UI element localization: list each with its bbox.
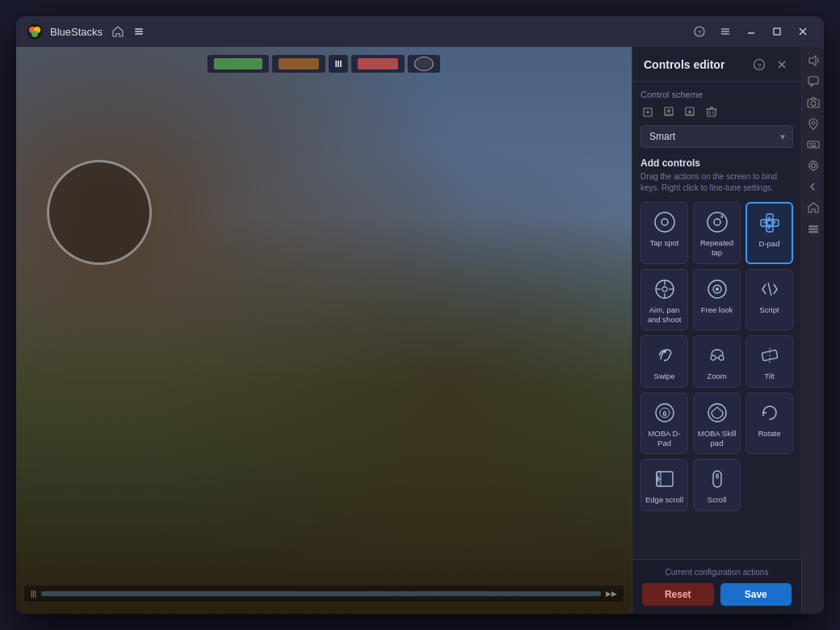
moba-dpad-label: MOBA D-Pad [645,429,684,449]
save-button[interactable]: Save [720,583,792,606]
control-aim-pan-shoot[interactable]: Aim, pan and shoot [640,269,688,331]
tap-spot-icon [652,209,678,235]
svg-point-36 [708,212,727,232]
free-look-icon [704,276,730,302]
footer-label: Current configuration actions [642,568,792,577]
scheme-actions [640,104,793,120]
rotate-icon [757,400,783,426]
svg-point-72 [812,121,815,124]
svg-rect-67 [716,473,719,479]
sidebar-settings-icon[interactable] [804,157,822,174]
svg-point-37 [714,219,720,225]
panel-title: Controls editor [644,58,724,71]
scheme-export-icon[interactable] [662,104,678,120]
script-label: Script [759,305,779,315]
moba-dpad-icon: 6 [652,400,678,426]
sidebar-keyboard-icon[interactable] [804,136,822,153]
svg-rect-69 [808,77,818,84]
moba-skill-label: MOBA Skill pad [697,429,737,449]
sidebar-camera-icon[interactable] [804,94,822,111]
control-script[interactable]: Script [746,269,793,331]
control-tilt[interactable]: Tilt [746,335,793,387]
d-pad-icon [757,210,783,236]
game-background: III ||| ▶▶ [16,47,632,614]
menu-button[interactable] [714,23,737,40]
panel-help-button[interactable]: ? [751,57,767,73]
add-controls-title: Add controls [640,158,793,169]
scope-overlay [47,160,152,265]
scheme-select[interactable]: Smart Default Custom [640,125,793,148]
panel-close-button[interactable] [774,57,790,73]
sidebar-volume-icon[interactable] [804,52,822,69]
svg-text:6: 6 [662,410,666,418]
window-controls: ? [688,23,814,40]
sidebar-location-icon[interactable] [804,115,822,132]
sidebar-back-icon[interactable] [804,178,822,195]
scheme-delete-icon[interactable] [704,104,720,120]
game-hud-bottom: ||| ▶▶ [24,586,624,602]
svg-point-71 [811,101,816,106]
svg-rect-73 [808,141,819,148]
zoom-label: Zoom [707,372,726,381]
moba-skill-icon [704,400,730,426]
game-hud: III [208,55,440,73]
sidebar-home-icon[interactable] [804,199,822,216]
control-free-look[interactable]: Free look [693,269,741,331]
script-icon [757,276,783,302]
maximize-button[interactable] [766,23,788,40]
panel-footer: Current configuration actions Reset Save [632,559,801,614]
free-look-label: Free look [701,305,733,315]
svg-rect-81 [808,231,818,233]
swipe-icon [652,342,678,368]
bluestacks-logo [26,23,44,40]
control-scheme-label: Control scheme [640,90,793,99]
right-sidebar [801,47,824,614]
scheme-import-icon[interactable] [682,104,699,120]
title-bar-icons [111,24,146,39]
svg-rect-5 [135,31,143,32]
control-zoom[interactable]: Zoom [693,335,741,387]
app-window: BlueStacks ? [16,16,824,614]
sidebar-layers-icon[interactable] [804,220,822,237]
rotate-label: Rotate [758,429,781,439]
reset-button[interactable]: Reset [642,583,714,606]
control-edge-scroll[interactable]: Edge scroll [640,459,688,510]
control-moba-dpad[interactable]: 6 MOBA D-Pad [640,393,688,455]
repeated-tap-label: Repeated tap [697,238,737,258]
svg-point-48 [662,287,667,292]
home-titlebar-icon[interactable] [111,24,125,39]
sidebar-chat-icon[interactable] [804,73,822,90]
minimize-button[interactable] [740,23,762,40]
scroll-label: Scroll [708,495,727,505]
control-scroll[interactable]: Scroll [693,459,741,510]
svg-point-51 [716,288,719,291]
scheme-select-wrap: Smart Default Custom ▼ [640,125,793,148]
help-button[interactable]: ? [688,23,711,40]
svg-point-55 [719,355,724,360]
controls-grid: Tap spot Repeated tap [640,202,793,511]
tap-spot-label: Tap spot [650,238,679,248]
close-button[interactable] [792,23,814,40]
control-rotate[interactable]: Rotate [746,393,793,455]
panel-header-actions: ? [751,57,790,73]
control-tap-spot[interactable]: Tap spot [640,202,688,264]
svg-marker-68 [809,56,816,65]
title-bar: BlueStacks ? [16,16,824,47]
control-d-pad[interactable]: D-pad [746,202,793,264]
svg-text:?: ? [757,62,761,70]
app-title: BlueStacks [50,26,103,38]
svg-point-53 [663,350,666,353]
control-swipe[interactable]: Swipe [640,335,688,387]
panel-body: Control scheme [632,82,801,559]
zoom-icon [704,342,730,368]
swipe-label: Swipe [654,372,675,381]
control-moba-skill[interactable]: MOBA Skill pad [693,393,741,455]
layers-titlebar-icon[interactable] [132,24,146,39]
svg-point-35 [662,219,668,225]
svg-point-78 [811,164,815,168]
control-repeated-tap[interactable]: Repeated tap [693,202,741,264]
scheme-new-icon[interactable] [640,104,657,120]
aim-pan-shoot-label: Aim, pan and shoot [645,305,684,326]
svg-rect-13 [774,28,780,35]
scroll-icon [704,466,730,492]
